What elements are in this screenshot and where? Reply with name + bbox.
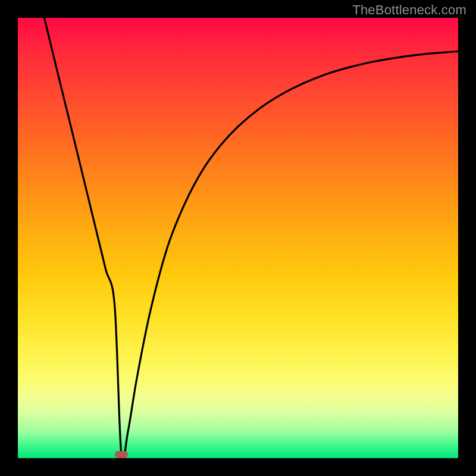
bottleneck-curve <box>18 18 458 458</box>
chart-frame: TheBottleneck.com <box>0 0 476 476</box>
watermark-text: TheBottleneck.com <box>352 2 466 18</box>
plot-area <box>18 18 458 458</box>
minimum-marker <box>115 451 128 458</box>
